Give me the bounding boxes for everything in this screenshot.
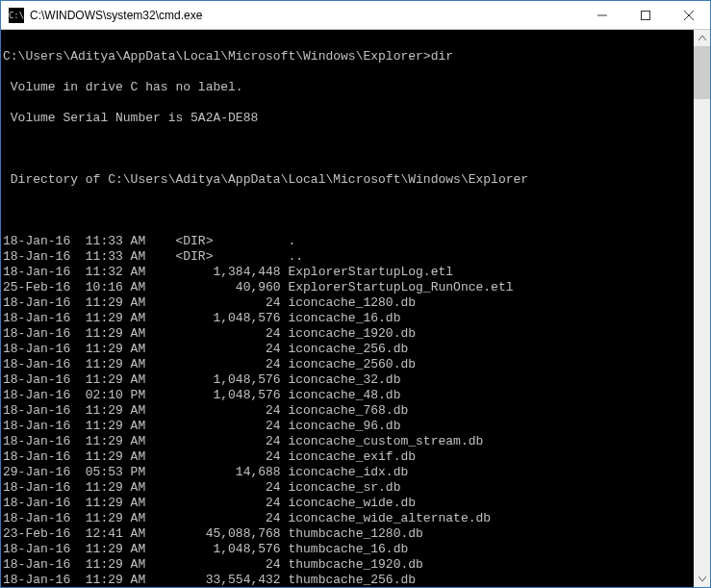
file-listing: 18-Jan-16 11:33 AM <DIR> .18-Jan-16 11:3… <box>3 234 692 587</box>
blank-line <box>3 203 692 218</box>
close-icon <box>684 11 694 20</box>
close-button[interactable] <box>667 1 710 29</box>
scroll-up-button[interactable] <box>694 30 710 46</box>
listing-row: 18-Jan-16 11:33 AM <DIR> . <box>3 234 692 249</box>
listing-row: 18-Jan-16 11:29 AM 24 iconcache_96.db <box>3 419 692 434</box>
listing-row: 29-Jan-16 05:53 PM 14,688 iconcache_idx.… <box>3 465 692 480</box>
chevron-down-icon <box>698 576 706 581</box>
listing-row: 18-Jan-16 11:29 AM 24 iconcache_sr.db <box>3 480 692 496</box>
volume-label-line: Volume in drive C has no label. <box>3 80 692 95</box>
listing-row: 18-Jan-16 11:29 AM 24 thumbcache_1920.db <box>3 557 692 573</box>
maximize-icon <box>641 11 650 20</box>
svg-line-3 <box>684 11 694 20</box>
terminal-output[interactable]: C:\Users\Aditya\AppData\Local\Microsoft\… <box>1 30 694 587</box>
cmd-icon: C:\ <box>9 8 24 23</box>
listing-row: 18-Jan-16 11:29 AM 24 iconcache_768.db <box>3 403 692 419</box>
scroll-thumb[interactable] <box>694 46 710 99</box>
titlebar[interactable]: C:\ C:\WINDOWS\system32\cmd.exe <box>1 1 710 30</box>
scroll-down-button[interactable] <box>694 571 710 587</box>
blank-line <box>3 141 692 157</box>
listing-row: 18-Jan-16 11:29 AM 1,048,576 thumbcache_… <box>3 542 692 557</box>
directory-of-line: Directory of C:\Users\Aditya\AppData\Loc… <box>3 172 692 188</box>
listing-row: 18-Jan-16 11:29 AM 24 iconcache_wide_alt… <box>3 511 692 526</box>
listing-row: 18-Jan-16 11:29 AM 24 iconcache_wide.db <box>3 496 692 511</box>
prompt-line: C:\Users\Aditya\AppData\Local\Microsoft\… <box>3 49 692 64</box>
listing-row: 18-Jan-16 02:10 PM 1,048,576 iconcache_4… <box>3 388 692 403</box>
chevron-up-icon <box>698 36 706 40</box>
prompt-path: C:\Users\Aditya\AppData\Local\Microsoft\… <box>3 49 431 64</box>
minimize-icon <box>597 11 607 20</box>
volume-serial-line: Volume Serial Number is 5A2A-DE88 <box>3 111 692 126</box>
cmd-window: C:\ C:\WINDOWS\system32\cmd.exe C:\Users… <box>0 0 711 588</box>
listing-row: 18-Jan-16 11:33 AM <DIR> .. <box>3 249 692 265</box>
listing-row: 23-Feb-16 12:41 AM 45,088,768 thumbcache… <box>3 526 692 542</box>
listing-row: 18-Jan-16 11:29 AM 1,048,576 iconcache_3… <box>3 372 692 388</box>
listing-row: 18-Jan-16 11:29 AM 24 iconcache_exif.db <box>3 449 692 465</box>
prompt-command: dir <box>431 49 453 64</box>
svg-rect-1 <box>641 11 649 19</box>
listing-row: 18-Jan-16 11:29 AM 33,554,432 thumbcache… <box>3 573 692 587</box>
listing-row: 25-Feb-16 10:16 AM 40,960 ExplorerStartu… <box>3 280 692 295</box>
minimize-button[interactable] <box>580 1 623 29</box>
listing-row: 18-Jan-16 11:29 AM 24 iconcache_2560.db <box>3 357 692 372</box>
window-controls <box>580 1 710 29</box>
listing-row: 18-Jan-16 11:29 AM 24 iconcache_custom_s… <box>3 434 692 449</box>
maximize-button[interactable] <box>623 1 667 29</box>
listing-row: 18-Jan-16 11:29 AM 1,048,576 iconcache_1… <box>3 311 692 326</box>
svg-line-2 <box>684 11 694 20</box>
terminal-area: C:\Users\Aditya\AppData\Local\Microsoft\… <box>1 30 710 587</box>
listing-row: 18-Jan-16 11:29 AM 24 iconcache_256.db <box>3 342 692 357</box>
vertical-scrollbar[interactable] <box>694 30 710 587</box>
window-title: C:\WINDOWS\system32\cmd.exe <box>30 9 580 22</box>
listing-row: 18-Jan-16 11:29 AM 24 iconcache_1280.db <box>3 295 692 311</box>
listing-row: 18-Jan-16 11:29 AM 24 iconcache_1920.db <box>3 326 692 342</box>
listing-row: 18-Jan-16 11:32 AM 1,384,448 ExplorerSta… <box>3 265 692 280</box>
